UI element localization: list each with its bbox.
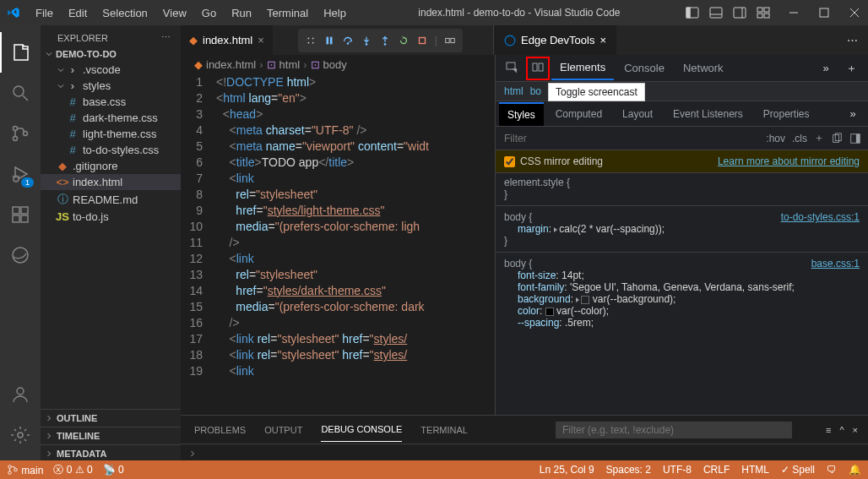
tree-item-light-theme-css[interactable]: #light-theme.css <box>41 126 181 142</box>
panel-bottom-icon[interactable] <box>709 6 723 19</box>
styles-filter-input[interactable] <box>496 133 766 144</box>
add-tab-icon[interactable]: ＋ <box>839 57 863 80</box>
activity-account[interactable] <box>0 374 41 415</box>
tree-item-to-do-styles-css[interactable]: #to-do-styles.css <box>41 142 181 158</box>
tree-item--gitignore[interactable]: ◆.gitignore <box>41 158 181 174</box>
menu-terminal[interactable]: Terminal <box>260 3 315 23</box>
git-file-icon: ◆ <box>56 160 69 172</box>
devtools-tab-network[interactable]: Network <box>675 57 732 79</box>
menu-help[interactable]: Help <box>317 3 353 23</box>
language-mode[interactable]: HTML <box>741 464 769 476</box>
indentation[interactable]: Spaces: 2 <box>606 464 651 476</box>
activity-search[interactable] <box>0 73 41 113</box>
stop-icon[interactable] <box>416 35 428 46</box>
notifications-icon[interactable]: 🔔 <box>849 464 861 476</box>
breadcrumb[interactable]: ◆index.html › ⊡html › ⊡body <box>181 55 495 74</box>
cls-button[interactable]: .cls <box>792 133 807 144</box>
panel-right-icon[interactable] <box>733 6 746 19</box>
ports-indicator[interactable]: 📡 0 <box>103 464 124 476</box>
css-file-icon: # <box>66 144 79 156</box>
clear-console-icon[interactable]: ≡ <box>826 425 831 435</box>
encoding[interactable]: UTF-8 <box>663 464 692 476</box>
restart-icon[interactable] <box>398 35 410 46</box>
pause-icon[interactable] <box>323 35 335 46</box>
devtools-tab-elements[interactable]: Elements <box>551 56 614 80</box>
properties-tab[interactable]: Properties <box>755 103 818 125</box>
tree-item-README-md[interactable]: ⓘREADME.md <box>41 190 181 209</box>
step-into-icon[interactable] <box>361 35 372 46</box>
activity-settings[interactable] <box>0 415 41 455</box>
menu-file[interactable]: File <box>29 3 60 23</box>
more-subtabs-icon[interactable]: » <box>841 102 865 126</box>
inspect-element-icon[interactable] <box>501 57 524 80</box>
step-over-icon[interactable] <box>342 35 354 46</box>
drag-handle-icon[interactable] <box>305 35 317 46</box>
cursor-position[interactable]: Ln 25, Col 9 <box>540 464 594 476</box>
menu-view[interactable]: View <box>156 3 193 23</box>
tree-item-index-html[interactable]: <>index.html <box>41 174 181 190</box>
project-name[interactable]: DEMO-TO-DO <box>56 49 117 59</box>
debug-badge: 1 <box>21 177 34 188</box>
styles-rules[interactable]: element.style {}body {to-do-styles.css:1… <box>496 173 868 415</box>
debug-console-filter[interactable] <box>556 422 792 438</box>
tree-item-base-css[interactable]: #base.css <box>41 94 181 110</box>
branch-indicator[interactable]: main <box>7 464 43 476</box>
layout-icon[interactable] <box>757 6 770 19</box>
copy-styles-icon[interactable] <box>831 133 843 144</box>
menu-selection[interactable]: Selection <box>95 3 154 23</box>
mirror-checkbox[interactable] <box>504 156 515 167</box>
styles-tab[interactable]: Styles <box>499 102 544 126</box>
tree-item-styles[interactable]: ›styles <box>41 78 181 94</box>
more-tabs-icon[interactable]: » <box>814 57 838 80</box>
menu-edit[interactable]: Edit <box>62 3 94 23</box>
eol[interactable]: CRLF <box>703 464 730 476</box>
tab-close-icon[interactable]: × <box>258 34 264 46</box>
event-listeners-tab[interactable]: Event Listeners <box>665 103 751 125</box>
activity-edge[interactable] <box>0 235 41 275</box>
menu-run[interactable]: Run <box>225 3 258 23</box>
close-icon[interactable] <box>848 6 861 19</box>
activity-run-debug[interactable]: 1 <box>0 154 41 194</box>
feedback-icon[interactable]: 🗨 <box>827 464 837 476</box>
section-metadata[interactable]: METADATA <box>41 444 181 462</box>
new-style-icon[interactable]: ＋ <box>814 131 824 145</box>
activity-explorer[interactable] <box>0 32 41 73</box>
panel-launch-bar[interactable] <box>181 444 868 462</box>
toggle-sidebar-icon[interactable] <box>849 133 861 144</box>
disconnect-icon[interactable] <box>444 35 456 46</box>
bottom-panel: PROBLEMS OUTPUT DEBUG CONSOLE TERMINAL ≡… <box>181 415 868 444</box>
code-editor[interactable]: ◆index.html › ⊡html › ⊡body 1 2 3 4 5 6 … <box>181 55 495 415</box>
panel-tab-problems[interactable]: PROBLEMS <box>194 418 246 442</box>
activity-source-control[interactable] <box>0 113 41 154</box>
spell-check[interactable]: ✓ Spell <box>781 464 815 476</box>
hov-button[interactable]: :hov <box>766 133 785 144</box>
tree-item-to-do-js[interactable]: JSto-do.js <box>41 209 181 225</box>
section-outline[interactable]: OUTLINE <box>41 409 181 427</box>
panel-tab-terminal[interactable]: TERMINAL <box>420 418 468 442</box>
activity-extensions[interactable] <box>0 194 41 235</box>
layout-tab[interactable]: Layout <box>614 103 661 125</box>
devtools-tab[interactable]: Edge DevTools × <box>494 25 616 55</box>
mirror-link[interactable]: Learn more about mirror editing <box>718 155 860 167</box>
panel-maximize-icon[interactable]: ^ <box>839 425 844 435</box>
panel-close-icon[interactable]: × <box>853 425 858 435</box>
computed-tab[interactable]: Computed <box>547 103 610 125</box>
tab-close-icon[interactable]: × <box>599 34 606 46</box>
devtools-tab-console[interactable]: Console <box>616 57 673 79</box>
panel-tab-debug-console[interactable]: DEBUG CONSOLE <box>321 417 402 442</box>
panel-tab-output[interactable]: OUTPUT <box>264 418 302 442</box>
menu-go[interactable]: Go <box>195 3 223 23</box>
minimize-icon[interactable] <box>787 6 800 19</box>
maximize-icon[interactable] <box>817 6 831 19</box>
tree-item-dark-theme-css[interactable]: #dark-theme.css <box>41 110 181 126</box>
tree-item--vscode[interactable]: ›.vscode <box>41 62 181 78</box>
problems-indicator[interactable]: ⓧ 0 ⚠ 0 <box>53 463 92 477</box>
section-timeline[interactable]: TIMELINE <box>41 427 181 444</box>
panel-left-icon[interactable] <box>686 6 699 19</box>
sidebar-more-icon[interactable]: ⋯ <box>161 32 171 43</box>
editor-tab-index[interactable]: ◆ index.html × <box>181 25 273 55</box>
chevron-down-icon[interactable] <box>44 49 54 59</box>
editor-more-icon[interactable]: ⋯ <box>837 25 868 55</box>
toggle-screencast-button[interactable] <box>526 57 550 80</box>
step-out-icon[interactable] <box>379 35 391 46</box>
